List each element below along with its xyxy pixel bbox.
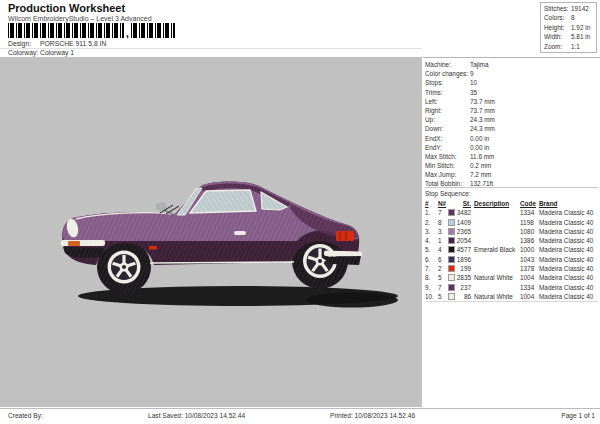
stitch-count: 1409: [454, 218, 471, 227]
thread-description: Natural White: [474, 292, 519, 301]
stitch-count: 2054: [454, 236, 471, 245]
col-needle: N#: [438, 199, 447, 208]
stitch-count: 237: [454, 283, 471, 292]
thread-code: 1000: [520, 245, 539, 254]
stop-number: 9.: [425, 283, 436, 292]
stitch-count: 4577: [454, 245, 471, 254]
machine-info-list: Machine:TajimaColor changes:9Stops:10Tri…: [425, 60, 598, 189]
stop-sequence-row: 7.21991378Madeira Classic 40: [425, 264, 598, 273]
machine-info-row: Right:73.7 mm: [425, 106, 598, 115]
machine-info-label: Stops:: [425, 78, 470, 87]
machine-info-label: Color changes:: [425, 69, 470, 78]
thread-description: Natural White: [474, 273, 519, 282]
col-stitches: St.: [454, 199, 471, 208]
col-number: #: [425, 199, 436, 208]
stat-value: 19142: [571, 5, 589, 12]
page-number: Page 1 of 1: [561, 412, 595, 419]
thread-brand: Madeira Classic 40: [539, 255, 598, 264]
thread-brand: Madeira Classic 40: [539, 218, 598, 227]
stitch-count: 86: [454, 292, 471, 301]
barcode: ,: [8, 23, 175, 38]
needle-number: 1: [438, 236, 447, 245]
stat-label: Colors:: [544, 13, 571, 22]
design-value: PORSCHE 911 5,8 IN: [40, 40, 106, 47]
page-title: Production Worksheet: [8, 2, 125, 14]
stat-value: 1.92 in: [571, 24, 590, 31]
stat-row: Width:5.81 in: [541, 32, 596, 41]
needle-number: 7: [438, 208, 447, 217]
thread-brand: Madeira Classic 40: [539, 264, 598, 273]
machine-info-row: Down:24.3 mm: [425, 124, 598, 133]
machine-info-value: 24.3 mm: [470, 116, 495, 123]
barcode-separator: ,: [124, 30, 131, 38]
stop-sequence-row: 6.618961043Madeira Classic 40: [425, 255, 598, 264]
thread-code: 1043: [520, 255, 539, 264]
stat-value: 5.81 in: [571, 33, 590, 40]
thread-code: 1004: [520, 273, 539, 282]
stat-value: 1:1: [571, 43, 580, 50]
thread-code: 1198: [520, 218, 539, 227]
last-saved: Last Saved: 10/08/2023 14.52.44: [148, 412, 245, 419]
thread-code: 1386: [520, 236, 539, 245]
stop-sequence-row: 10.586Natural White1004Madeira Classic 4…: [425, 292, 598, 301]
needle-number: 3: [438, 227, 447, 236]
thread-code: 1334: [520, 208, 539, 217]
thread-brand: Madeira Classic 40: [539, 208, 598, 217]
needle-number: 5: [438, 292, 447, 301]
machine-info-label: Max Jump:: [425, 170, 470, 179]
stitch-count: 2365: [454, 227, 471, 236]
machine-info-label: Left:: [425, 97, 470, 106]
car-artwork: [0, 57, 422, 407]
machine-info-label: Trims:: [425, 88, 470, 97]
needle-number: 4: [438, 245, 447, 254]
machine-info-label: Up:: [425, 115, 470, 124]
machine-info-row: Trims:35: [425, 88, 598, 97]
stop-sequence-row: 9.72371334Madeira Classic 40: [425, 283, 598, 292]
design-stats-box: Stitches:19142Colors:8Height:1.92 inWidt…: [540, 2, 597, 53]
stop-sequence-row: 3.323651080Madeira Classic 40: [425, 227, 598, 236]
stop-number: 3.: [425, 227, 436, 236]
machine-info-row: Up:24.3 mm: [425, 115, 598, 124]
thread-description: Emerald Black: [474, 245, 519, 254]
worksheet-page: Production Worksheet Wilcom EmbroiderySt…: [0, 0, 600, 424]
created-by: Created By:: [8, 412, 43, 419]
machine-info-label: Machine:: [425, 60, 470, 69]
app-subtitle: Wilcom EmbroideryStudio – Level 3 Advanc…: [8, 15, 152, 22]
stop-number: 6.: [425, 255, 436, 264]
info-panel: Machine:TajimaColor changes:9Stops:10Tri…: [423, 57, 600, 407]
taillight: [336, 231, 354, 241]
needle-number: 8: [438, 218, 447, 227]
stop-number: 1.: [425, 208, 436, 217]
machine-info-value: 10: [470, 79, 477, 86]
machine-info-value: 24.3 mm: [470, 125, 495, 132]
thread-code: 1334: [520, 283, 539, 292]
colorway-row: Colorway: Colorway 1: [0, 49, 420, 57]
stat-row: Colors:8: [541, 13, 596, 22]
stat-row: Stitches:19142: [541, 4, 596, 13]
machine-info-value: 9: [470, 70, 474, 77]
machine-info-row: Max Jump:7.2 mm: [425, 170, 598, 179]
machine-info-row: Stops:10: [425, 78, 598, 87]
stop-number: 7.: [425, 264, 436, 273]
thread-code: 1378: [520, 264, 539, 273]
design-label: Design:: [8, 40, 31, 47]
machine-info-label: EndY:: [425, 143, 470, 152]
machine-info-value: 73.7 mm: [470, 107, 495, 114]
stop-sequence-row: 2.814091198Madeira Classic 40: [425, 218, 598, 227]
machine-info-row: Max Stitch:11.6 mm: [425, 152, 598, 161]
page-footer: Created By: Last Saved: 10/08/2023 14.52…: [0, 408, 600, 424]
stat-label: Height:: [544, 23, 571, 32]
machine-info-value: 0.00 in: [470, 144, 489, 151]
stop-number: 2.: [425, 218, 436, 227]
front-bumper: [61, 240, 105, 246]
stop-number: 5.: [425, 245, 436, 254]
stop-sequence-title: Stop Sequence:: [425, 190, 598, 199]
thread-brand: Madeira Classic 40: [539, 273, 598, 282]
machine-info-value: 0.00 in: [470, 135, 489, 142]
col-description: Description: [474, 199, 519, 208]
stat-label: Stitches:: [544, 4, 571, 13]
machine-info-value: 11.6 mm: [470, 153, 494, 160]
stop-sequence-section: Stop Sequence: # N# St. Description Code…: [425, 187, 598, 302]
stitch-count: 1896: [454, 255, 471, 264]
stat-value: 8: [571, 14, 575, 21]
